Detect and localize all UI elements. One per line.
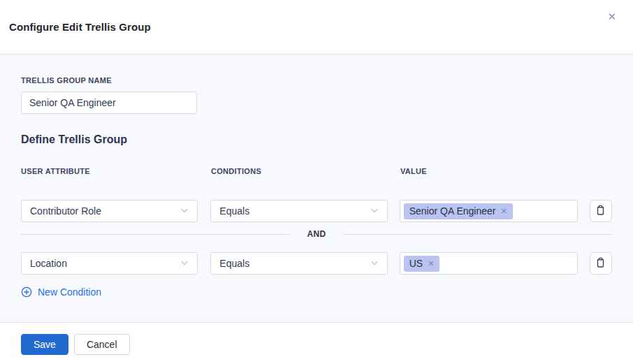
save-button[interactable]: Save <box>21 334 68 355</box>
new-condition-button[interactable]: New Condition <box>21 286 101 298</box>
value-chip-label: US <box>409 258 423 269</box>
columns-header: USER ATTRIBUTE CONDITIONS VALUE <box>21 167 612 175</box>
close-icon[interactable]: ✕ <box>604 8 619 24</box>
plus-circle-icon <box>21 286 32 298</box>
separator-line <box>343 234 612 235</box>
condition-select-value: Equals <box>219 205 249 217</box>
trellis-group-name-label: TRELLIS GROUP NAME <box>21 76 612 85</box>
chevron-down-icon <box>180 261 189 266</box>
define-trellis-group-heading: Define Trellis Group <box>21 133 612 146</box>
trash-icon <box>595 205 606 218</box>
trash-icon <box>595 257 606 270</box>
delete-condition-button[interactable] <box>590 252 612 275</box>
chip-remove-icon[interactable]: ✕ <box>428 260 434 268</box>
modal-title: Configure Edit Trellis Group <box>9 21 151 33</box>
value-input[interactable]: US ✕ <box>400 252 578 275</box>
user-attribute-select-value: Location <box>30 258 67 269</box>
condition-row: Contributor Role Equals Senior QA Engine… <box>21 200 612 222</box>
configure-trellis-group-modal: Configure Edit Trellis Group ✕ TRELLIS G… <box>0 0 633 359</box>
value-input[interactable]: Senior QA Engineer ✕ <box>400 200 578 222</box>
value-chip: Senior QA Engineer ✕ <box>404 203 513 219</box>
condition-select-value: Equals <box>219 258 249 269</box>
modal-header: Configure Edit Trellis Group ✕ <box>0 0 633 54</box>
new-condition-label: New Condition <box>38 286 101 298</box>
chevron-down-icon <box>370 208 379 214</box>
user-attribute-select[interactable]: Contributor Role <box>21 200 198 222</box>
and-separator: AND <box>21 229 612 239</box>
condition-select[interactable]: Equals <box>210 252 387 275</box>
operator-label: AND <box>290 229 342 239</box>
modal-footer: Save Cancel <box>0 322 633 359</box>
condition-select[interactable]: Equals <box>210 200 387 222</box>
modal-body: TRELLIS GROUP NAME Define Trellis Group … <box>0 54 633 322</box>
value-chip-label: Senior QA Engineer <box>409 205 496 217</box>
condition-row: Location Equals US ✕ <box>21 252 612 275</box>
chevron-down-icon <box>180 208 189 214</box>
conditions-column-label: CONDITIONS <box>211 167 388 175</box>
trellis-group-name-input[interactable] <box>21 92 197 114</box>
cancel-button[interactable]: Cancel <box>74 334 130 355</box>
user-attribute-select[interactable]: Location <box>21 252 198 275</box>
value-column-label: VALUE <box>400 167 579 175</box>
user-attribute-column-label: USER ATTRIBUTE <box>21 167 198 175</box>
user-attribute-select-value: Contributor Role <box>30 205 101 217</box>
delete-condition-button[interactable] <box>590 200 612 222</box>
chip-remove-icon[interactable]: ✕ <box>500 208 507 215</box>
separator-line <box>21 234 290 235</box>
chevron-down-icon <box>370 261 379 266</box>
value-chip: US ✕ <box>404 256 440 272</box>
